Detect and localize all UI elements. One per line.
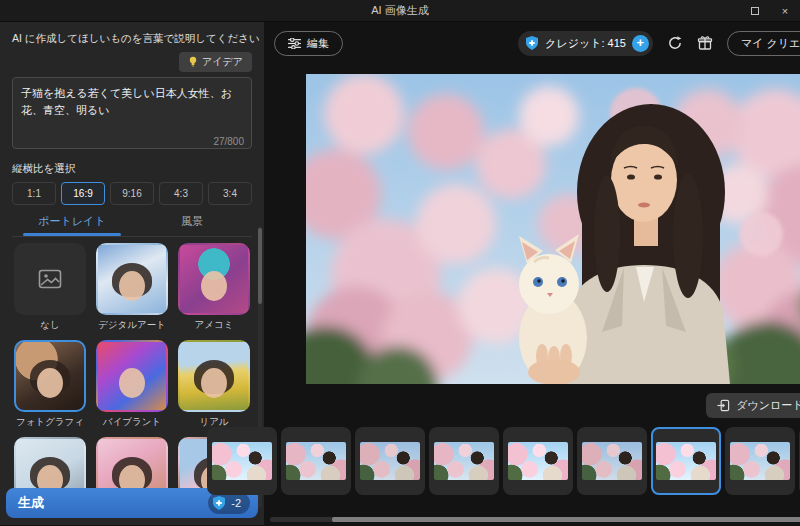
- thumbnail-image: [286, 442, 346, 480]
- generated-thumbnail-2[interactable]: [281, 427, 351, 495]
- my-creations-label: マイ クリエーション: [741, 36, 800, 51]
- style-option-real[interactable]: リアル: [176, 340, 252, 429]
- maximize-button[interactable]: [740, 0, 770, 22]
- shield-plus-icon: [525, 35, 539, 51]
- thumbnail-image: [730, 442, 790, 480]
- generation-history-strip: [207, 427, 800, 495]
- app-window: AI 画像生成 × AI に作成してほしいものを言葉で説明してください: [0, 0, 800, 526]
- idea-button-label: アイデア: [202, 55, 243, 69]
- lightbulb-icon: [188, 56, 198, 68]
- generated-thumbnail-3[interactable]: [355, 427, 425, 495]
- char-counter: 27/800: [213, 136, 244, 147]
- generated-image-preview: [306, 74, 800, 384]
- thumbnail-image: [508, 442, 568, 480]
- edit-button[interactable]: 編集: [274, 31, 343, 56]
- maximize-icon: [751, 7, 759, 15]
- credits-display[interactable]: クレジット: 415 +: [518, 31, 653, 56]
- ratio-9-16[interactable]: 9:16: [110, 182, 154, 205]
- style-option-american-comic[interactable]: アメコミ: [176, 243, 252, 332]
- download-icon: [717, 399, 730, 412]
- download-use-button[interactable]: ダウンロードして使用: [706, 393, 800, 418]
- style-option-photography[interactable]: フォトグラフィ: [12, 340, 88, 429]
- titlebar: AI 画像生成 ×: [0, 0, 800, 22]
- history-scrollbar-thumb[interactable]: [332, 517, 800, 522]
- ratio-4-3[interactable]: 4:3: [159, 182, 203, 205]
- generated-thumbnail-4[interactable]: [429, 427, 499, 495]
- thumbnail-image: [582, 442, 642, 480]
- idea-button[interactable]: アイデア: [179, 52, 252, 72]
- style-option-vibrant[interactable]: バイブラント: [94, 340, 170, 429]
- generated-thumbnail-1[interactable]: [207, 427, 277, 495]
- add-credits-button[interactable]: +: [632, 35, 649, 52]
- result-panel: 編集 クレジット: 415 +: [264, 22, 800, 525]
- window-title: AI 画像生成: [371, 3, 428, 18]
- edit-button-label: 編集: [307, 36, 329, 51]
- credit-cost-badge: -2: [208, 492, 250, 514]
- ratio-3-4[interactable]: 3:4: [208, 182, 252, 205]
- thumbnail-image: [212, 442, 272, 480]
- tab-active-underline: [23, 233, 121, 236]
- tab-portrait-label: ポートレイト: [38, 215, 105, 227]
- tab-landscape[interactable]: 風景: [132, 214, 252, 236]
- refresh-button[interactable]: [667, 35, 683, 51]
- generated-thumbnail-8[interactable]: [725, 427, 795, 495]
- ratio-16-9[interactable]: 16:9: [61, 182, 105, 205]
- shield-plus-icon: [212, 495, 226, 511]
- gift-button[interactable]: [697, 35, 713, 51]
- generated-thumbnail-5[interactable]: [503, 427, 573, 495]
- aspect-ratio-group: 1:1 16:9 9:16 4:3 3:4: [12, 182, 252, 205]
- close-icon: ×: [782, 5, 788, 17]
- thumbnail-image: [360, 442, 420, 480]
- ratio-1-1[interactable]: 1:1: [12, 182, 56, 205]
- thumbnail-image: [434, 442, 494, 480]
- tab-portrait[interactable]: ポートレイト: [12, 214, 132, 236]
- my-creations-button[interactable]: マイ クリエーション: [727, 31, 800, 56]
- style-label: バイブラント: [94, 416, 170, 429]
- style-label: フォトグラフィ: [12, 416, 88, 429]
- tab-landscape-label: 風景: [181, 215, 203, 227]
- credit-cost-value: -2: [231, 497, 241, 509]
- prompt-instruction: AI に作成してほしいものを言葉で説明してください: [12, 32, 252, 46]
- aspect-ratio-label: 縦横比を選択: [12, 162, 252, 176]
- style-label: デジタルアート: [94, 319, 170, 332]
- image-placeholder-icon: [38, 269, 62, 289]
- history-scrollbar[interactable]: [270, 517, 800, 522]
- style-label: アメコミ: [176, 319, 252, 332]
- generated-thumbnail-7-selected[interactable]: [651, 427, 721, 495]
- sliders-icon: [288, 38, 301, 49]
- style-category-tabs: ポートレイト 風景: [12, 214, 252, 237]
- thumbnail-image: [656, 442, 716, 480]
- generate-button-label: 生成: [18, 494, 44, 512]
- result-toolbar: 編集 クレジット: 415 +: [274, 28, 800, 58]
- style-label: なし: [12, 319, 88, 332]
- window-controls: ×: [740, 0, 800, 22]
- download-use-label: ダウンロードして使用: [736, 398, 800, 413]
- generated-image: [306, 74, 800, 384]
- scrollbar-thumb[interactable]: [258, 228, 262, 304]
- style-option-none[interactable]: なし: [12, 243, 88, 332]
- refresh-icon: [667, 35, 683, 51]
- gift-icon: [697, 35, 713, 51]
- close-button[interactable]: ×: [770, 0, 800, 22]
- credits-label: クレジット: 415: [545, 36, 626, 51]
- generated-thumbnail-6[interactable]: [577, 427, 647, 495]
- style-option-digital-art[interactable]: デジタルアート: [94, 243, 170, 332]
